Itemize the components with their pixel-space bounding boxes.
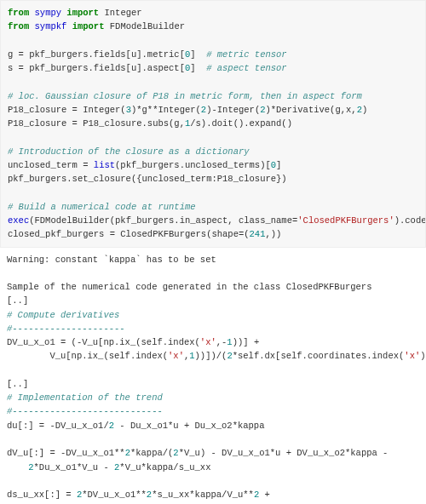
comment: # Build a numerical code at runtime <box>8 202 196 212</box>
code-text: (FDModelBuilder(pkf_burgers.in_aspect, c… <box>29 215 297 226</box>
code-text: ] <box>276 160 281 170</box>
output-line: - Du_x_o1*u + Du_x_o2*kappa <box>114 421 264 431</box>
output-line: [..] <box>7 295 28 306</box>
code-text: )-Integer( <box>206 105 260 115</box>
output-line: DV_u_x_o1 = (-V_u[np.ix_(self.index( <box>7 337 200 347</box>
input-code-cell: from sympy import Integer from sympkf im… <box>0 0 426 248</box>
number: 241 <box>250 229 266 239</box>
output-line: + <box>259 490 270 500</box>
output-line: Sample of the numerical code generated i… <box>7 282 371 292</box>
output-line: )]) <box>420 351 426 361</box>
code-text: (pkf_burgers.unclosed_terms)[ <box>115 160 271 170</box>
code-text: /s).doit().expand() <box>190 118 292 129</box>
output-line: ))])/( <box>195 351 227 361</box>
keyword-import: import <box>72 21 105 32</box>
code-text: )*Derivative(g,x, <box>266 105 357 115</box>
name-integer: Integer <box>104 8 141 18</box>
output-line <box>7 462 28 472</box>
code-text: closed_pkf_burgers = ClosedPKFBurgers(sh… <box>8 229 250 239</box>
builtin-list: list <box>94 160 115 170</box>
output-line: du[:] = -DV_u_x_o1/ <box>7 421 109 431</box>
code-text: P18_closure = Integer( <box>8 105 126 115</box>
code-text: pkf_burgers.set_closure({unclosed_term:P… <box>8 174 287 184</box>
comment: # Introduction of the closure as a dicti… <box>8 146 250 157</box>
string: 'x' <box>168 351 184 361</box>
code-text: ) <box>362 105 367 115</box>
string: 'x' <box>200 337 216 347</box>
module-sympy: sympy <box>35 8 62 18</box>
output-cell: Warning: constant `kappa` has to be set … <box>0 248 426 504</box>
comment: # Compute derivatives <box>7 310 119 320</box>
code-text: )*g**Integer( <box>131 105 201 115</box>
code-text: ] <box>190 49 206 60</box>
comment: # metric tensor <box>206 49 287 60</box>
module-sympkf: sympkf <box>35 21 67 32</box>
name-fdmodelbuilder: FDModelBuilder <box>110 21 185 32</box>
output-line: [..] <box>7 379 28 389</box>
output-line: *DV_u_x_o1** <box>82 490 147 500</box>
string: 'x' <box>404 351 420 361</box>
output-line: *kappa/( <box>130 448 173 458</box>
comment: #--------------------- <box>7 324 125 334</box>
output-line: ,- <box>216 337 227 347</box>
keyword-from: from <box>8 21 29 32</box>
output-line: V_u[np.ix_(self.index( <box>7 351 168 361</box>
output-line: dV_u[:] = -DV_u_x_o1** <box>7 448 125 458</box>
code-text: unclosed_term = <box>8 160 94 170</box>
comment: # Implementation of the trend <box>7 392 163 403</box>
keyword-from: from <box>8 8 29 18</box>
output-line: ds_u_xx[:] = <box>7 490 77 500</box>
code-text: ).code) <box>394 215 426 226</box>
comment: # loc. Gaussian closure of P18 in metric… <box>8 91 362 101</box>
output-line: *s_u_xx*kappa/V_u** <box>152 490 254 500</box>
output-line: *V_u) - DV_u_x_o1*u + DV_u_x_o2*kappa - <box>179 448 389 458</box>
output-line: *Du_x_o1*V_u - <box>34 462 115 472</box>
keyword-import: import <box>66 8 99 18</box>
code-text: ,)) <box>265 229 281 239</box>
code-text: P18_closure = P18_closure.subs(g, <box>8 118 185 129</box>
output-line: *self.dx[self.coordinates.index( <box>233 351 405 361</box>
code-text: s = pkf_burgers.fields[u].aspect[ <box>8 63 185 73</box>
output-line: *V_u*kappa/s_u_xx <box>119 462 210 472</box>
output-line: Warning: constant `kappa` has to be set <box>7 255 216 265</box>
output-line: ))] + <box>233 337 260 347</box>
code-text: g = pkf_burgers.fields[u].metric[ <box>8 49 185 60</box>
builtin-exec: exec <box>8 215 29 226</box>
comment: # aspect tensor <box>206 63 287 73</box>
comment: #---------------------------- <box>7 406 163 416</box>
code-text: ] <box>190 63 206 73</box>
string: 'ClosedPKFBurgers' <box>297 215 394 226</box>
